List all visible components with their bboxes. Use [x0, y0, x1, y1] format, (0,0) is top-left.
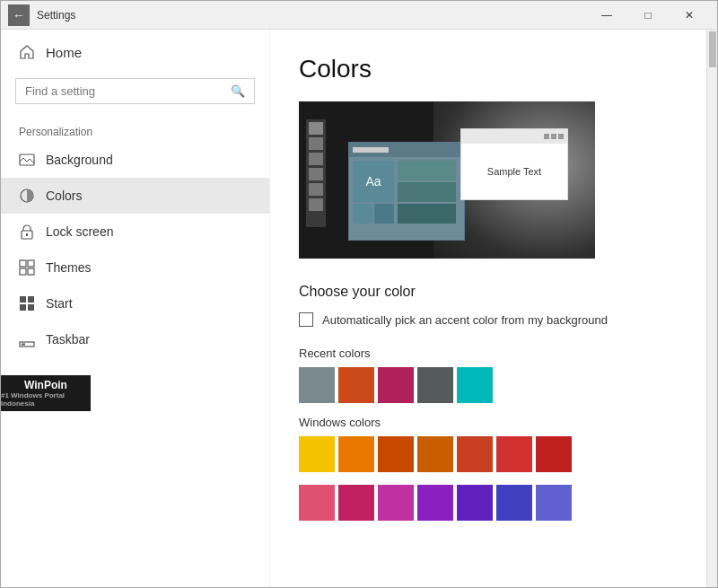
- windows-color-swatch[interactable]: [417, 485, 453, 521]
- auto-accent-checkbox[interactable]: [299, 312, 313, 327]
- sidebar-item-background[interactable]: Background: [1, 142, 269, 178]
- auto-accent-row[interactable]: Automatically pick an accent color from …: [299, 312, 678, 327]
- back-button[interactable]: ←: [8, 4, 30, 26]
- app-container: Home 🔍 Personalization Background: [1, 30, 717, 588]
- preview-textbox: Sample Text: [460, 128, 568, 200]
- auto-accent-label: Automatically pick an accent color from …: [322, 313, 608, 327]
- windows-color-swatch[interactable]: [378, 485, 414, 521]
- preview-taskbar: [306, 119, 326, 227]
- svg-rect-8: [20, 296, 26, 303]
- windows-color-swatch[interactable]: [378, 436, 414, 472]
- content-area: Colors Aa: [270, 30, 706, 588]
- colors-icon: [19, 188, 35, 204]
- sidebar-item-taskbar[interactable]: Taskbar: [1, 321, 269, 357]
- windows-colors-row1: [299, 436, 678, 472]
- background-icon: [19, 152, 35, 168]
- svg-rect-11: [28, 304, 34, 311]
- windows-color-swatch[interactable]: [299, 436, 335, 472]
- recent-color-swatch[interactable]: [457, 367, 493, 403]
- color-preview-box: Aa: [299, 101, 595, 259]
- svg-rect-4: [20, 260, 26, 267]
- windows-color-swatch[interactable]: [338, 485, 374, 521]
- page-title: Colors: [299, 55, 678, 83]
- maximize-button[interactable]: □: [627, 1, 669, 30]
- recent-color-swatch[interactable]: [338, 367, 374, 403]
- recent-colors-label: Recent colors: [299, 347, 678, 360]
- scrollbar[interactable]: [706, 30, 717, 588]
- window-title: Settings: [37, 9, 75, 22]
- scrollbar-thumb[interactable]: [709, 31, 716, 67]
- preview-window-body: Aa: [349, 157, 464, 227]
- sidebar-item-themes[interactable]: Themes: [1, 250, 269, 285]
- sidebar-item-taskbar-label: Taskbar: [46, 332, 90, 347]
- minimize-button[interactable]: —: [586, 1, 627, 30]
- preview-titlebar-strip: [353, 147, 389, 153]
- sidebar: Home 🔍 Personalization Background: [1, 30, 270, 588]
- svg-rect-13: [22, 344, 25, 346]
- preview-window-titlebar: [349, 143, 464, 157]
- search-input[interactable]: [16, 79, 222, 103]
- preview-sample-text: Sample Text: [461, 144, 567, 199]
- preview-dot-2: [551, 134, 556, 139]
- sidebar-item-colors-label: Colors: [46, 189, 82, 203]
- windows-color-swatch[interactable]: [496, 485, 532, 521]
- lock-icon: [19, 224, 35, 240]
- preview-dot-3: [558, 134, 564, 139]
- window-controls: — □ ✕: [586, 1, 710, 30]
- sidebar-item-colors[interactable]: Colors: [1, 178, 269, 214]
- start-icon: [19, 295, 35, 312]
- svg-rect-3: [26, 233, 28, 236]
- preview-aa-tile: Aa: [353, 161, 394, 202]
- taskbar-icon: [19, 331, 35, 347]
- search-icon: 🔍: [222, 84, 254, 98]
- windows-colors-label: Windows colors: [299, 416, 678, 429]
- themes-icon: [19, 259, 35, 276]
- sidebar-item-lock-screen[interactable]: Lock screen: [1, 214, 269, 250]
- winpoin-tagline: #1 Windows Portal Indonesia: [1, 391, 91, 408]
- home-icon: [19, 44, 35, 60]
- preview-tile: Aa: [353, 161, 394, 224]
- svg-rect-9: [28, 296, 34, 303]
- windows-color-swatch[interactable]: [496, 436, 532, 472]
- preview-textbox-header: [461, 129, 567, 144]
- sidebar-item-background-label: Background: [46, 153, 113, 167]
- windows-color-swatch[interactable]: [457, 485, 493, 521]
- recent-color-swatch[interactable]: [378, 367, 414, 403]
- windows-color-swatch[interactable]: [536, 436, 572, 472]
- winpoin-logo: WinPoin #1 Windows Portal Indonesia: [1, 375, 91, 411]
- home-label: Home: [46, 45, 82, 60]
- titlebar: ← Settings — □ ✕: [1, 1, 717, 30]
- windows-color-swatch[interactable]: [417, 436, 453, 472]
- search-bar[interactable]: 🔍: [15, 78, 255, 104]
- preview-window: Aa: [348, 142, 465, 241]
- titlebar-left: ← Settings: [8, 4, 75, 26]
- preview-tile-bottom: [353, 204, 394, 224]
- recent-colors-row: [299, 367, 678, 403]
- sidebar-item-start-label: Start: [46, 296, 73, 311]
- svg-rect-6: [20, 268, 26, 275]
- sidebar-item-themes-label: Themes: [46, 260, 92, 275]
- close-button[interactable]: ✕: [669, 1, 710, 30]
- recent-color-swatch[interactable]: [299, 367, 335, 403]
- recent-color-swatch[interactable]: [417, 367, 453, 403]
- sidebar-item-home[interactable]: Home: [1, 30, 269, 75]
- svg-rect-7: [28, 268, 34, 275]
- windows-color-swatch[interactable]: [457, 436, 493, 472]
- svg-rect-5: [28, 260, 34, 267]
- svg-rect-10: [20, 304, 26, 311]
- winpoin-name: WinPoin: [24, 379, 67, 391]
- windows-color-swatch[interactable]: [338, 436, 374, 472]
- sidebar-section-title: Personalization: [1, 118, 269, 142]
- preview-dot-1: [544, 134, 549, 139]
- windows-color-swatch[interactable]: [299, 485, 335, 521]
- windows-color-swatch[interactable]: [536, 485, 572, 521]
- windows-colors-row2: [299, 485, 678, 521]
- sidebar-item-start[interactable]: Start: [1, 285, 269, 321]
- choose-color-title: Choose your color: [299, 284, 678, 300]
- sidebar-item-lock-label: Lock screen: [46, 224, 113, 239]
